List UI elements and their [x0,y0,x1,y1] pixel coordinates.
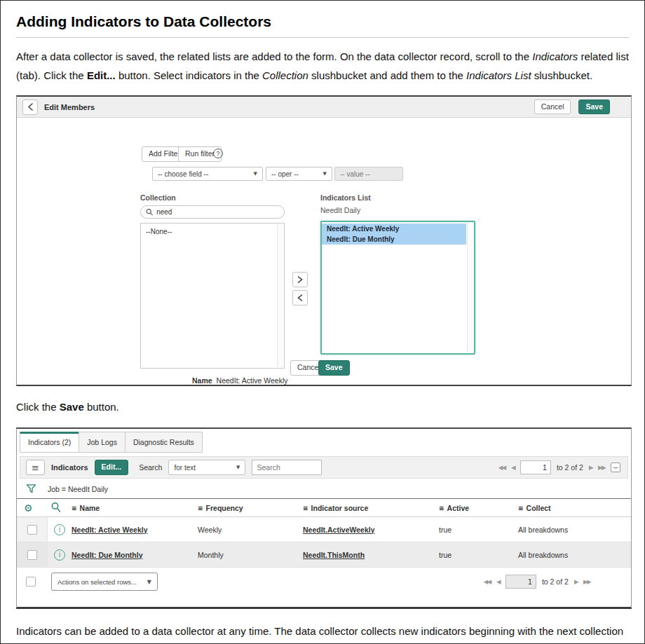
indicators-listbox[interactable]: NeedIt: Active Weekly NeedIt: Due Monthl… [320,221,475,355]
column-header-active[interactable]: ≡Active [439,504,469,512]
help-icon[interactable]: ? [213,149,223,158]
list-menu-button[interactable]: ≡ [26,460,45,475]
documentation-page: Adding Indicators to Data Collectors Aft… [0,0,645,644]
tab-diagnostic-results[interactable]: Diagnostic Results [125,432,203,453]
cell-name-link[interactable]: NeedIt: Due Monthly [72,551,143,559]
column-header-frequency[interactable]: ≡Frequency [198,504,243,512]
filter-funnel-icon[interactable] [26,484,36,494]
prev-page-icon[interactable]: ◀ [496,578,500,585]
search-label: Search [139,463,162,472]
info-icon[interactable]: i [54,549,65,561]
collapse-list-icon[interactable]: − [611,463,620,472]
list-header-row: ⚙ ≡Name ≡Frequency ≡Indicator source ≡Ac… [17,499,631,517]
column-menu-icon[interactable]: ≡ [198,505,203,512]
last-page-icon[interactable]: ▶▶ [598,464,605,471]
edit-members-screenshot: Edit Members Cancel Save Add Filter Run … [16,95,632,386]
page-number-input[interactable] [505,575,536,589]
cell-active: true [439,526,452,534]
row-checkbox[interactable] [27,525,37,535]
actions-select[interactable]: Actions on selected rows... ▼ [51,573,158,591]
collection-listbox[interactable]: --None-- [140,223,285,369]
edit-button[interactable]: Edit... [95,460,129,475]
move-left-button[interactable] [292,290,308,306]
outro-paragraph: Indicators can be added to a data collec… [16,622,629,644]
column-menu-icon[interactable]: ≡ [303,505,308,512]
collection-search[interactable] [140,205,285,219]
indicators-list-sublabel: NeedIt Daily [320,206,360,214]
prev-page-icon[interactable]: ◀ [511,464,515,471]
intro-italic-indicators-list: Indicators List [466,69,531,81]
save-button[interactable]: Save [578,100,610,115]
list-title: Indicators [51,463,88,472]
intro-text: button. Select indicators in the [116,69,262,81]
column-menu-icon[interactable]: ≡ [518,505,524,512]
select-all-checkbox[interactable] [26,577,36,587]
info-icon[interactable]: i [54,524,65,535]
search-type-select[interactable]: for text ▼ [168,460,245,475]
column-menu-icon[interactable]: ≡ [439,505,444,512]
chevron-right-icon [297,276,303,283]
choose-field-select[interactable]: -- choose field -- ▼ [152,167,263,181]
back-button[interactable] [22,100,38,115]
collection-search-input[interactable] [156,208,279,216]
dialog-title: Edit Members [44,103,95,111]
search-input[interactable] [252,460,322,475]
chevron-down-icon: ▼ [147,579,151,585]
note-bold-save: Save [60,401,84,413]
actions-select-value: Actions on selected rows... [57,578,137,586]
chevron-left-icon [297,294,303,301]
checkbox-cell [17,542,48,567]
table-row: i NeedIt: Active Weekly Weekly NeedIt.Ac… [17,517,631,542]
first-page-icon[interactable]: ◀◀ [484,578,491,585]
intro-text: slushbucket. [531,69,593,81]
next-page-icon[interactable]: ▶ [574,578,578,585]
indicators-list-label: Indicators List [320,193,371,202]
page-title: Adding Indicators to Data Collectors [16,13,629,30]
list-item-none[interactable]: --None-- [141,224,284,237]
value-input[interactable] [334,167,403,181]
last-page-icon[interactable]: ▶▶ [583,578,590,585]
chevron-down-icon: ▼ [236,465,240,470]
cell-frequency: Weekly [198,526,222,534]
cell-active: true [439,551,452,559]
note-text: button. [84,401,119,413]
choose-field-value: -- choose field -- [158,170,208,178]
list-grid: ⚙ ≡Name ≡Frequency ≡Indicator source ≡Ac… [17,498,631,596]
column-menu-icon[interactable]: ≡ [72,505,77,512]
column-header-indicator-source[interactable]: ≡Indicator source [303,504,368,512]
row-checkbox[interactable] [27,550,37,560]
search-icon [146,208,153,216]
name-value: NeedIt: Active Weekly [217,376,288,385]
column-search-icon[interactable] [50,502,62,513]
tab-job-logs[interactable]: Job Logs [79,432,125,453]
chevron-left-icon [27,103,34,111]
page-number-input[interactable] [520,460,551,474]
operator-select[interactable]: -- oper -- ▼ [266,167,332,181]
scrollbar[interactable] [467,223,473,352]
related-list-tabs: Indicators (2) Job Logs Diagnostic Resul… [17,429,631,453]
cell-name-link[interactable]: NeedIt: Active Weekly [72,526,148,534]
cell-indicator-source-link[interactable]: NeedIt.ActiveWeekly [303,526,375,534]
cancel-button[interactable]: Cancel [534,100,571,115]
scrollbar[interactable] [277,224,283,367]
chevron-down-icon: ▼ [254,171,257,177]
next-page-icon[interactable]: ▶ [589,464,592,471]
intro-bold-edit: Edit... [87,69,116,81]
first-page-icon[interactable]: ◀◀ [498,464,505,471]
column-header-collect[interactable]: ≡Collect [518,504,551,512]
move-right-button[interactable] [292,272,308,287]
column-label: Frequency [206,504,243,512]
cell-indicator-source-link[interactable]: NeedIt.ThisMonth [303,551,365,559]
column-header-name[interactable]: ≡Name [72,504,100,512]
page-range-text: to 2 of 2 [557,463,583,472]
selected-list-item[interactable]: NeedIt: Active Weekly [322,224,466,234]
gear-icon[interactable]: ⚙ [24,502,33,514]
tab-indicators[interactable]: Indicators (2) [20,432,79,453]
filter-condition[interactable]: Job = NeedIt Daily [48,485,108,493]
table-row: i NeedIt: Due Monthly Monthly NeedIt.Thi… [17,542,631,568]
cell-frequency: Monthly [198,551,224,559]
name-readout: NameNeedIt: Active Weekly [192,376,288,385]
save-button-bottom[interactable]: Save [318,360,350,376]
selected-list-item[interactable]: NeedIt: Due Monthly [322,234,466,245]
intro-italic-indicators: Indicators [532,50,578,62]
